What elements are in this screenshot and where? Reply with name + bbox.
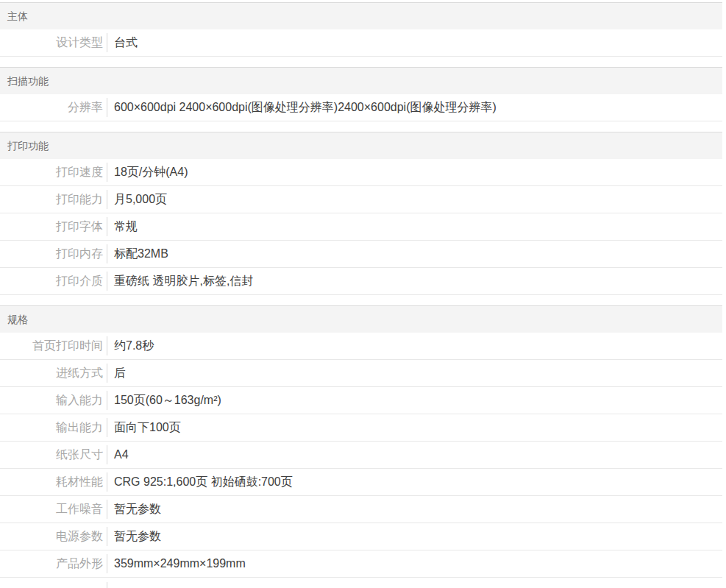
spec-row: 打印能力月5,000页 bbox=[0, 186, 722, 213]
spec-table: 主体设计类型台式扫描功能分辨率600×600dpi 2400×600dpi(图像… bbox=[0, 0, 722, 588]
section-title: 打印功能 bbox=[7, 140, 49, 152]
spec-row-label: 打印介质 bbox=[0, 268, 103, 294]
spec-row: 输入能力150页(60～163g/m²) bbox=[0, 387, 722, 414]
spec-row-label: 输出能力 bbox=[0, 414, 103, 441]
spec-row-label: 产品外形 bbox=[0, 550, 103, 577]
spec-section: 扫描功能分辨率600×600dpi 2400×600dpi(图像处理分辨率)24… bbox=[0, 67, 722, 121]
spec-row-value: 台式 bbox=[107, 29, 722, 56]
section-header: 主体 bbox=[0, 2, 722, 29]
spec-row-value: 150页(60～163g/m²) bbox=[107, 387, 722, 414]
spec-row: 首页打印时间约7.8秒 bbox=[0, 333, 722, 360]
spec-row: 打印字体常规 bbox=[0, 213, 722, 241]
spec-row-value: 暂无参数 bbox=[107, 496, 722, 523]
spec-row: 分辨率600×600dpi 2400×600dpi(图像处理分辨率)2400×6… bbox=[0, 94, 722, 121]
spec-row-label: 打印字体 bbox=[0, 213, 103, 240]
spec-row-value bbox=[107, 578, 722, 588]
spec-row: 打印介质重磅纸 透明胶片,标签,信封 bbox=[0, 268, 722, 295]
section-header: 打印功能 bbox=[0, 132, 722, 159]
spec-row-value: 约7.8秒 bbox=[107, 333, 722, 359]
spec-row-value: CRG 925:1,600页 初始硒鼓:700页 bbox=[107, 469, 722, 495]
spec-row-value: 359mm×249mm×199mm bbox=[107, 550, 722, 577]
section-title: 扫描功能 bbox=[7, 75, 49, 87]
spec-row-value: 常规 bbox=[107, 213, 722, 240]
spec-row-value: 18页/分钟(A4) bbox=[107, 159, 722, 185]
spec-row: 耗材性能CRG 925:1,600页 初始硒鼓:700页 bbox=[0, 469, 722, 496]
spec-row-label: 打印能力 bbox=[0, 186, 103, 213]
spec-row-value: 后 bbox=[107, 360, 722, 386]
spec-section: 规格首页打印时间约7.8秒进纸方式后输入能力150页(60～163g/m²)输出… bbox=[0, 305, 722, 578]
spec-row-label: 分辨率 bbox=[0, 94, 103, 121]
spec-row-label: 进纸方式 bbox=[0, 360, 103, 386]
spec-section: 主体设计类型台式 bbox=[0, 2, 722, 57]
spec-row-partial bbox=[0, 578, 722, 588]
spec-row: 进纸方式后 bbox=[0, 360, 722, 387]
spec-row: 打印速度18页/分钟(A4) bbox=[0, 159, 722, 186]
spec-row-label: 电源参数 bbox=[0, 523, 103, 550]
spec-row-label: 打印速度 bbox=[0, 159, 103, 185]
spec-row-label: 耗材性能 bbox=[0, 469, 103, 495]
section-header: 扫描功能 bbox=[0, 67, 722, 94]
spec-row: 纸张尺寸A4 bbox=[0, 442, 722, 469]
spec-row: 工作噪音暂无参数 bbox=[0, 496, 722, 523]
spec-row-label: 设计类型 bbox=[0, 29, 103, 56]
spec-row: 电源参数暂无参数 bbox=[0, 523, 722, 550]
section-title: 规格 bbox=[7, 314, 28, 325]
section-header: 规格 bbox=[0, 305, 722, 333]
spec-row-label bbox=[0, 578, 103, 588]
spec-row: 产品外形359mm×249mm×199mm bbox=[0, 550, 722, 578]
spec-row-label: 打印内存 bbox=[0, 241, 103, 267]
spec-row-label: 输入能力 bbox=[0, 387, 103, 414]
section-title: 主体 bbox=[7, 10, 28, 22]
spec-section: 打印功能打印速度18页/分钟(A4)打印能力月5,000页打印字体常规打印内存标… bbox=[0, 132, 722, 295]
spec-row-label: 工作噪音 bbox=[0, 496, 103, 523]
spec-row-value: 月5,000页 bbox=[107, 186, 722, 213]
spec-row-label: 纸张尺寸 bbox=[0, 442, 103, 468]
spec-row-value: A4 bbox=[107, 442, 722, 468]
spec-row-value: 600×600dpi 2400×600dpi(图像处理分辨率)2400×600d… bbox=[107, 94, 722, 121]
spec-row-value: 标配32MB bbox=[107, 241, 722, 267]
spec-row-value: 面向下100页 bbox=[107, 414, 722, 441]
spec-row-value: 重磅纸 透明胶片,标签,信封 bbox=[107, 268, 722, 294]
spec-row: 输出能力面向下100页 bbox=[0, 414, 722, 442]
spec-row: 设计类型台式 bbox=[0, 29, 722, 57]
spec-row-label: 首页打印时间 bbox=[0, 333, 103, 359]
spec-row-value: 暂无参数 bbox=[107, 523, 722, 550]
spec-row: 打印内存标配32MB bbox=[0, 241, 722, 268]
